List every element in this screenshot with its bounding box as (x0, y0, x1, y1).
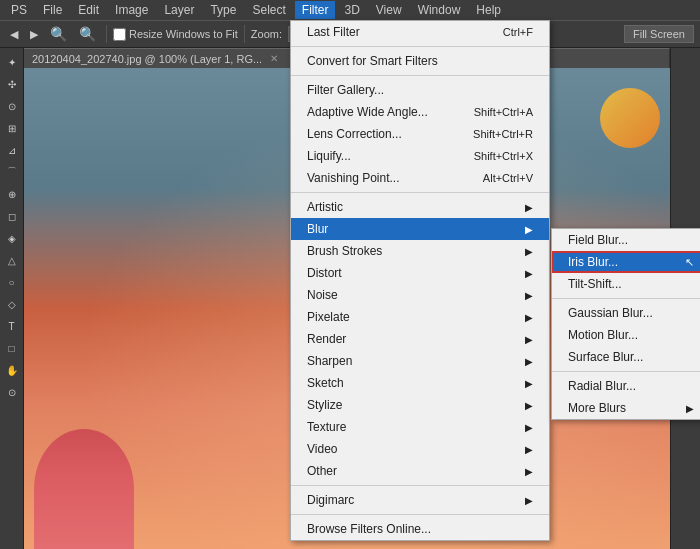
filter-convert-smart[interactable]: Convert for Smart Filters (291, 50, 549, 72)
separator (291, 46, 549, 47)
arrow-icon: ▶ (525, 466, 533, 477)
resize-windows-checkbox[interactable] (113, 28, 126, 41)
filter-adaptive-wide-angle[interactable]: Adaptive Wide Angle... Shift+Ctrl+A (291, 101, 549, 123)
resize-windows-text: Resize Windows to Fit (129, 28, 238, 40)
filter-browse-online[interactable]: Browse Filters Online... (291, 518, 549, 540)
menu-window[interactable]: Window (411, 1, 468, 19)
filter-liquify[interactable]: Liquify... Shift+Ctrl+X (291, 145, 549, 167)
lasso-tool[interactable]: ⊙ (2, 96, 22, 116)
selection-tool[interactable]: ✦ (2, 52, 22, 72)
separator (552, 298, 700, 299)
pen-tool[interactable]: ◇ (2, 294, 22, 314)
child-figure (34, 429, 134, 549)
back-button[interactable]: ◀ (6, 26, 22, 43)
blur-radial-blur[interactable]: Radial Blur... (552, 375, 700, 397)
menu-file[interactable]: File (36, 1, 69, 19)
filter-other[interactable]: Other ▶ (291, 460, 549, 482)
arrow-icon: ▶ (525, 422, 533, 433)
zoom-tool[interactable]: ⊙ (2, 382, 22, 402)
dodge-tool[interactable]: ○ (2, 272, 22, 292)
forward-button[interactable]: ▶ (26, 26, 42, 43)
arrow-icon: ▶ (525, 290, 533, 301)
text-tool[interactable]: T (2, 316, 22, 336)
filter-video[interactable]: Video ▶ (291, 438, 549, 460)
separator-1 (106, 25, 107, 43)
clone-tool[interactable]: ⊕ (2, 184, 22, 204)
filter-last-filter[interactable]: Last Filter Ctrl+F (291, 21, 549, 43)
separator (552, 371, 700, 372)
separator (291, 485, 549, 486)
eraser-tool[interactable]: ◻ (2, 206, 22, 226)
arrow-icon: ▶ (525, 400, 533, 411)
arrow-icon: ▶ (525, 356, 533, 367)
canvas-close-button[interactable]: ✕ (270, 53, 278, 64)
brush-tool[interactable]: ⌒ (2, 162, 22, 182)
filter-render[interactable]: Render ▶ (291, 328, 549, 350)
blur-more-blurs[interactable]: More Blurs ▶ (552, 397, 700, 419)
filter-gallery[interactable]: Filter Gallery... (291, 79, 549, 101)
zoom-in-button[interactable]: 🔍 (75, 24, 100, 44)
arrow-icon: ▶ (525, 334, 533, 345)
menu-ps[interactable]: PS (4, 1, 34, 19)
separator (291, 192, 549, 193)
filter-dropdown-menu: Last Filter Ctrl+F Convert for Smart Fil… (290, 20, 550, 541)
zoom-label: Zoom: (251, 28, 282, 40)
arrow-icon: ▶ (686, 403, 694, 414)
menu-view[interactable]: View (369, 1, 409, 19)
filter-artistic[interactable]: Artistic ▶ (291, 196, 549, 218)
filter-texture[interactable]: Texture ▶ (291, 416, 549, 438)
blur-submenu: Field Blur... Iris Blur... ↖ Tilt-Shift.… (551, 228, 700, 420)
fill-screen-button[interactable]: Fill Screen (624, 25, 694, 43)
filter-blur[interactable]: Blur ▶ (291, 218, 549, 240)
arrow-icon: ▶ (525, 202, 533, 213)
tools-panel: ✦ ✣ ⊙ ⊞ ⊿ ⌒ ⊕ ◻ ◈ △ ○ ◇ T □ ✋ ⊙ (0, 48, 24, 549)
hand-tool[interactable]: ✋ (2, 360, 22, 380)
zoom-out-button[interactable]: 🔍 (46, 24, 71, 44)
filter-noise[interactable]: Noise ▶ (291, 284, 549, 306)
arrow-icon: ▶ (525, 224, 533, 235)
separator-2 (244, 25, 245, 43)
arrow-icon: ▶ (525, 246, 533, 257)
filter-sharpen[interactable]: Sharpen ▶ (291, 350, 549, 372)
blur-gaussian-blur[interactable]: Gaussian Blur... (552, 302, 700, 324)
eyedrop-tool[interactable]: ⊿ (2, 140, 22, 160)
menu-layer[interactable]: Layer (157, 1, 201, 19)
paint-bucket-tool[interactable]: ◈ (2, 228, 22, 248)
filter-lens-correction[interactable]: Lens Correction... Shift+Ctrl+R (291, 123, 549, 145)
blur-surface-blur[interactable]: Surface Blur... (552, 346, 700, 368)
filter-brush-strokes[interactable]: Brush Strokes ▶ (291, 240, 549, 262)
menu-3d[interactable]: 3D (337, 1, 366, 19)
arrow-icon: ▶ (525, 495, 533, 506)
filter-vanishing-point[interactable]: Vanishing Point... Alt+Ctrl+V (291, 167, 549, 189)
blur-field-blur[interactable]: Field Blur... (552, 229, 700, 251)
arrow-icon: ▶ (525, 268, 533, 279)
blur-motion-blur[interactable]: Motion Blur... (552, 324, 700, 346)
resize-windows-label: Resize Windows to Fit (113, 28, 238, 41)
menu-filter[interactable]: Filter (295, 1, 336, 19)
menu-type[interactable]: Type (203, 1, 243, 19)
menubar: PS File Edit Image Layer Type Select Fil… (0, 0, 700, 20)
canvas-tab-title: 20120404_202740.jpg @ 100% (Layer 1, RG.… (32, 53, 262, 65)
blur-tool[interactable]: △ (2, 250, 22, 270)
filter-pixelate[interactable]: Pixelate ▶ (291, 306, 549, 328)
separator (291, 514, 549, 515)
menu-edit[interactable]: Edit (71, 1, 106, 19)
blur-tilt-shift[interactable]: Tilt-Shift... (552, 273, 700, 295)
cursor-indicator: ↖ (685, 256, 694, 269)
blur-iris-blur[interactable]: Iris Blur... ↖ (552, 251, 700, 273)
menu-select[interactable]: Select (245, 1, 292, 19)
menu-help[interactable]: Help (469, 1, 508, 19)
arrow-icon: ▶ (525, 378, 533, 389)
menu-image[interactable]: Image (108, 1, 155, 19)
move-tool[interactable]: ✣ (2, 74, 22, 94)
filter-sketch[interactable]: Sketch ▶ (291, 372, 549, 394)
arrow-icon: ▶ (525, 444, 533, 455)
separator (291, 75, 549, 76)
arrow-icon: ▶ (525, 312, 533, 323)
filter-distort[interactable]: Distort ▶ (291, 262, 549, 284)
shape-tool[interactable]: □ (2, 338, 22, 358)
toy-object (600, 88, 660, 148)
filter-stylize[interactable]: Stylize ▶ (291, 394, 549, 416)
crop-tool[interactable]: ⊞ (2, 118, 22, 138)
filter-digimarc[interactable]: Digimarc ▶ (291, 489, 549, 511)
